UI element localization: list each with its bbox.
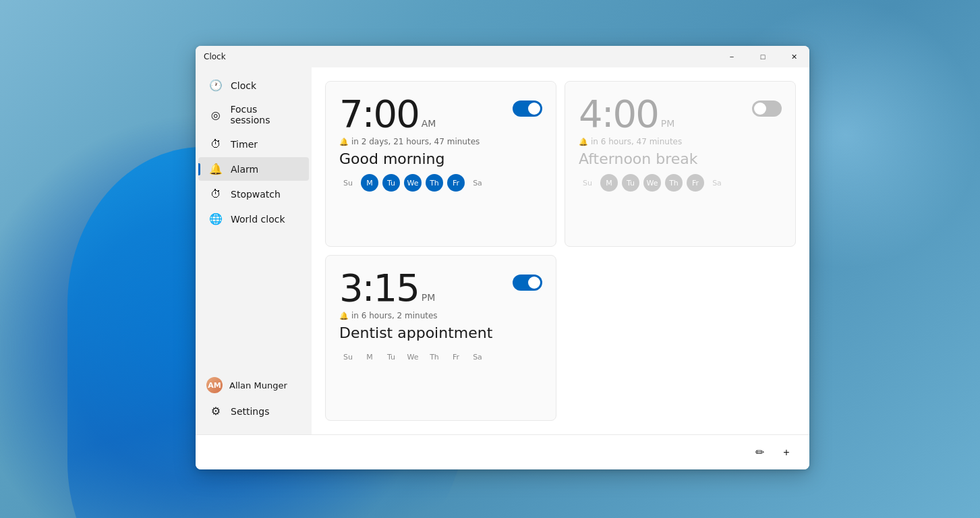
sidebar-item-settings[interactable]: ⚙ Settings — [198, 399, 309, 423]
alarm-3-day-th: Th — [426, 348, 443, 366]
sidebar: 🕐 Clock ◎ Focus sessions ⏱ Timer 🔔 Alarm… — [196, 67, 312, 434]
alarm-1-day-sa: Sa — [469, 174, 486, 192]
avatar: AM — [206, 377, 223, 393]
alarm-2-toggle-knob — [754, 103, 766, 115]
alarm-3-time-value: 3:15 — [339, 269, 419, 307]
alarm-card-2-header: 4:00 PM — [579, 95, 782, 133]
alarm-card-2[interactable]: 4:00 PM 🔔 in 6 hours, 47 minutes Afterno… — [565, 81, 796, 247]
alarm-2-bell-icon: 🔔 — [579, 138, 588, 146]
bottom-toolbar: ✏ + — [196, 434, 809, 469]
alarm-card-3[interactable]: 3:15 PM 🔔 in 6 hours, 2 minutes Dentist … — [325, 255, 556, 421]
alarm-1-countdown: 🔔 in 2 days, 21 hours, 47 minutes — [339, 137, 542, 146]
alarm-2-countdown: 🔔 in 6 hours, 47 minutes — [579, 137, 782, 146]
alarm-3-day-su: Su — [339, 348, 357, 366]
alarm-2-time-value: 4:00 — [579, 95, 658, 133]
alarm-1-time-value: 7:00 — [339, 95, 419, 133]
alarm-1-name: Good morning — [339, 150, 542, 167]
alarm-1-day-m: M — [361, 174, 378, 192]
alarm-1-toggle-knob — [528, 103, 540, 115]
sidebar-item-stopwatch-label: Stopwatch — [231, 189, 281, 200]
alarm-1-day-we: We — [404, 174, 422, 192]
alarm-1-days: Su M Tu We Th Fr Sa — [339, 174, 542, 192]
alarm-icon: 🔔 — [209, 163, 223, 175]
alarm-1-day-fr: Fr — [447, 174, 465, 192]
alarm-2-countdown-text: in 6 hours, 47 minutes — [591, 137, 682, 146]
alarm-2-day-tu: Tu — [622, 174, 639, 192]
alarm-2-toggle[interactable] — [752, 100, 782, 117]
close-button[interactable]: ✕ — [778, 46, 809, 67]
title-bar-controls: − □ ✕ — [716, 46, 809, 67]
alarm-3-name: Dentist appointment — [339, 324, 542, 341]
alarm-1-day-th: Th — [426, 174, 443, 192]
alarm-3-ampm: PM — [422, 292, 436, 303]
alarm-card-empty — [565, 255, 796, 421]
alarm-3-countdown-text: in 6 hours, 2 minutes — [351, 311, 438, 320]
sidebar-item-alarm-label: Alarm — [231, 164, 258, 175]
alarm-2-ampm: PM — [661, 118, 675, 129]
alarm-3-day-tu: Tu — [382, 348, 400, 366]
alarm-3-time: 3:15 PM — [339, 269, 435, 307]
avatar-initials: AM — [208, 381, 221, 390]
timer-icon: ⏱ — [209, 138, 223, 150]
alarm-3-day-fr: Fr — [447, 348, 465, 366]
settings-icon: ⚙ — [209, 405, 223, 418]
title-bar: Clock − □ ✕ — [196, 46, 809, 67]
alarm-1-toggle[interactable] — [513, 100, 542, 117]
alarm-3-day-we: We — [404, 348, 422, 366]
alarm-2-time: 4:00 PM — [579, 95, 674, 133]
sidebar-item-stopwatch[interactable]: ⏱ Stopwatch — [198, 182, 309, 206]
alarm-3-toggle[interactable] — [513, 275, 542, 291]
sidebar-item-clock[interactable]: 🕐 Clock — [198, 74, 309, 97]
alarm-1-countdown-text: in 2 days, 21 hours, 47 minutes — [351, 137, 480, 146]
alarm-2-day-we: We — [643, 174, 661, 192]
worldclock-icon: 🌐 — [209, 212, 223, 225]
alarm-2-day-m: M — [600, 174, 618, 192]
clock-icon: 🕐 — [209, 79, 223, 92]
alarm-2-day-su: Su — [579, 174, 596, 192]
alarm-1-time: 7:00 AM — [339, 95, 436, 133]
alarm-2-name: Afternoon break — [579, 150, 782, 167]
alarm-3-toggle-knob — [528, 277, 540, 289]
edit-button[interactable]: ✏ — [747, 440, 772, 465]
focus-icon: ◎ — [209, 109, 222, 121]
alarm-3-bell-icon: 🔔 — [339, 312, 349, 320]
alarms-grid: 7:00 AM 🔔 in 2 days, 21 hours, 47 minute… — [325, 81, 796, 421]
alarm-2-day-fr: Fr — [687, 174, 704, 192]
sidebar-item-timer[interactable]: ⏱ Timer — [198, 132, 309, 156]
alarm-2-day-th: Th — [665, 174, 683, 192]
sidebar-bottom: AM Allan Munger ⚙ Settings — [196, 366, 312, 429]
alarm-3-days: Su M Tu We Th Fr Sa — [339, 348, 542, 366]
alarm-3-day-sa: Sa — [469, 348, 486, 366]
settings-label: Settings — [231, 406, 269, 417]
sidebar-item-alarm[interactable]: 🔔 Alarm — [198, 157, 309, 181]
user-name: Allan Munger — [229, 380, 287, 391]
alarm-1-day-tu: Tu — [382, 174, 400, 192]
maximize-button[interactable]: □ — [747, 46, 778, 67]
minimize-button[interactable]: − — [716, 46, 747, 67]
sidebar-item-focus-label: Focus sessions — [230, 104, 298, 125]
alarm-card-1-header: 7:00 AM — [339, 95, 542, 133]
app-window: Clock − □ ✕ 🕐 Clock ◎ Focus sessions ⏱ T… — [196, 46, 809, 469]
alarm-3-day-m: M — [361, 348, 378, 366]
alarm-2-day-sa: Sa — [708, 174, 726, 192]
add-button[interactable]: + — [774, 440, 799, 465]
alarm-1-day-su: Su — [339, 174, 357, 192]
alarm-1-bell-icon: 🔔 — [339, 138, 349, 146]
sidebar-item-focus[interactable]: ◎ Focus sessions — [198, 98, 309, 131]
sidebar-item-worldclock[interactable]: 🌐 World clock — [198, 207, 309, 231]
alarm-2-days: Su M Tu We Th Fr Sa — [579, 174, 782, 192]
alarm-card-1[interactable]: 7:00 AM 🔔 in 2 days, 21 hours, 47 minute… — [325, 81, 556, 247]
content-area: 🕐 Clock ◎ Focus sessions ⏱ Timer 🔔 Alarm… — [196, 67, 809, 434]
window-title: Clock — [204, 52, 716, 61]
sidebar-item-worldclock-label: World clock — [231, 214, 285, 225]
alarm-card-3-header: 3:15 PM — [339, 269, 542, 307]
sidebar-item-timer-label: Timer — [231, 139, 258, 150]
main-content: 7:00 AM 🔔 in 2 days, 21 hours, 47 minute… — [312, 67, 809, 434]
user-item[interactable]: AM Allan Munger — [196, 372, 312, 399]
alarm-1-ampm: AM — [422, 118, 436, 129]
sidebar-item-clock-label: Clock — [231, 80, 256, 91]
alarm-3-countdown: 🔔 in 6 hours, 2 minutes — [339, 311, 542, 320]
stopwatch-icon: ⏱ — [209, 188, 223, 200]
